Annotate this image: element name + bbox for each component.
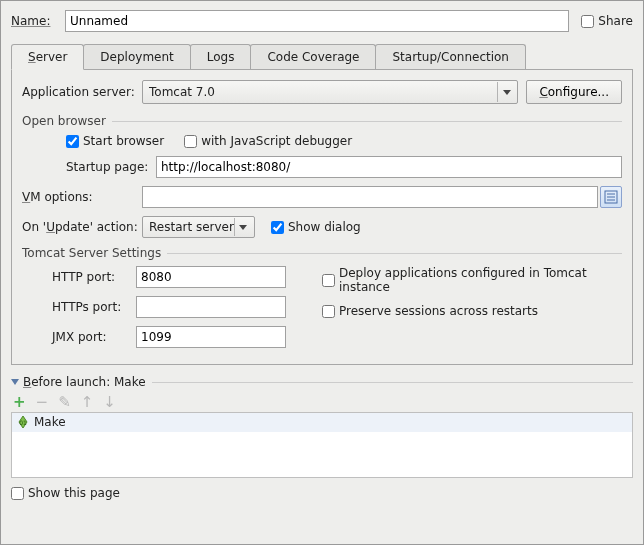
configure-button[interactable]: Configure... <box>526 80 622 104</box>
vm-options-row: VM options: <box>22 186 622 208</box>
open-browser-title: Open browser <box>22 114 106 128</box>
js-debugger-box[interactable] <box>184 135 197 148</box>
open-browser-body: Start browser with JavaScript debugger S… <box>22 134 622 178</box>
section-divider <box>112 121 622 122</box>
startup-page-input[interactable] <box>156 156 622 178</box>
open-browser-section: Open browser <box>22 114 622 128</box>
name-row: Name: Share <box>11 10 633 32</box>
move-up-icon[interactable]: ↑ <box>81 395 94 410</box>
before-launch-section: Before launch: Make + − ✎ ↑ ↓ 01 Make <box>11 375 633 478</box>
http-port-label: HTTP port: <box>52 270 136 284</box>
deploy-apps-box[interactable] <box>322 274 335 287</box>
chevron-down-icon <box>234 218 252 236</box>
tab-server-content: Application server: Tomcat 7.0 Configure… <box>11 69 633 365</box>
show-this-page-label: Show this page <box>28 486 120 500</box>
show-this-page-checkbox[interactable]: Show this page <box>11 486 120 500</box>
vm-options-label: VM options: <box>22 190 138 204</box>
application-server-selected: Tomcat 7.0 <box>149 85 215 99</box>
make-icon: 01 <box>16 415 30 429</box>
share-checkbox-box[interactable] <box>581 15 594 28</box>
tab-code-coverage[interactable]: Code Coverage <box>250 44 376 69</box>
application-server-label: Application server: <box>22 85 138 99</box>
startup-page-label: Startup page: <box>66 160 156 174</box>
section-divider <box>167 253 622 254</box>
deploy-apps-checkbox[interactable]: Deploy applications configured in Tomcat… <box>322 266 622 294</box>
https-port-label: HTTPs port: <box>52 300 136 314</box>
run-config-editor: Name: Share Server Deployment Logs Code … <box>0 0 644 545</box>
name-label: Name: <box>11 14 61 28</box>
add-icon[interactable]: + <box>13 395 26 410</box>
show-this-page-box[interactable] <box>11 487 24 500</box>
start-browser-checkbox[interactable]: Start browser <box>66 134 164 148</box>
ports-column: HTTP port: HTTPs port: JMX port: <box>22 266 286 356</box>
chevron-down-icon <box>497 82 515 102</box>
update-action-selected: Restart server <box>149 220 234 234</box>
http-port-input[interactable] <box>136 266 286 288</box>
deploy-column: Deploy applications configured in Tomcat… <box>322 266 622 356</box>
preserve-sessions-box[interactable] <box>322 305 335 318</box>
share-label: Share <box>598 14 633 28</box>
before-launch-list[interactable]: 01 Make <box>11 412 633 478</box>
list-item[interactable]: 01 Make <box>12 413 632 432</box>
collapse-icon <box>11 379 19 385</box>
start-browser-label: Start browser <box>83 134 164 148</box>
deploy-apps-label: Deploy applications configured in Tomcat… <box>339 266 622 294</box>
move-down-icon[interactable]: ↓ <box>103 395 116 410</box>
list-item-label: Make <box>34 415 66 429</box>
share-checkbox[interactable]: Share <box>581 14 633 28</box>
svg-text:01: 01 <box>19 419 27 426</box>
edit-icon[interactable]: ✎ <box>58 395 71 410</box>
preserve-sessions-checkbox[interactable]: Preserve sessions across restarts <box>322 304 622 318</box>
show-dialog-checkbox[interactable]: Show dialog <box>271 220 361 234</box>
footer: Show this page <box>11 486 633 500</box>
expand-editor-icon[interactable] <box>600 186 622 208</box>
application-server-dropdown[interactable]: Tomcat 7.0 <box>142 80 518 104</box>
before-launch-title: Before launch: Make <box>23 375 146 389</box>
tab-server[interactable]: Server <box>11 44 84 70</box>
before-launch-toolbar: + − ✎ ↑ ↓ <box>13 395 633 410</box>
preserve-sessions-label: Preserve sessions across restarts <box>339 304 538 318</box>
https-port-input[interactable] <box>136 296 286 318</box>
tab-startup-connection[interactable]: Startup/Connection <box>375 44 525 69</box>
vm-options-input[interactable] <box>142 186 598 208</box>
js-debugger-checkbox[interactable]: with JavaScript debugger <box>184 134 352 148</box>
tab-logs[interactable]: Logs <box>190 44 252 69</box>
section-divider <box>152 382 633 383</box>
js-debugger-label: with JavaScript debugger <box>201 134 352 148</box>
application-server-row: Application server: Tomcat 7.0 Configure… <box>22 80 622 104</box>
tab-bar: Server Deployment Logs Code Coverage Sta… <box>11 44 633 69</box>
tomcat-settings-title: Tomcat Server Settings <box>22 246 161 260</box>
remove-icon[interactable]: − <box>36 395 49 410</box>
jmx-port-input[interactable] <box>136 326 286 348</box>
update-action-row: On 'Update' action: Restart server Show … <box>22 216 622 238</box>
show-dialog-label: Show dialog <box>288 220 361 234</box>
jmx-port-label: JMX port: <box>52 330 136 344</box>
before-launch-header[interactable]: Before launch: Make <box>11 375 633 389</box>
show-dialog-box[interactable] <box>271 221 284 234</box>
update-action-label: On 'Update' action: <box>22 220 138 234</box>
start-browser-box[interactable] <box>66 135 79 148</box>
tomcat-settings-section: Tomcat Server Settings <box>22 246 622 260</box>
tab-deployment[interactable]: Deployment <box>83 44 190 69</box>
update-action-dropdown[interactable]: Restart server <box>142 216 255 238</box>
name-input[interactable] <box>65 10 569 32</box>
